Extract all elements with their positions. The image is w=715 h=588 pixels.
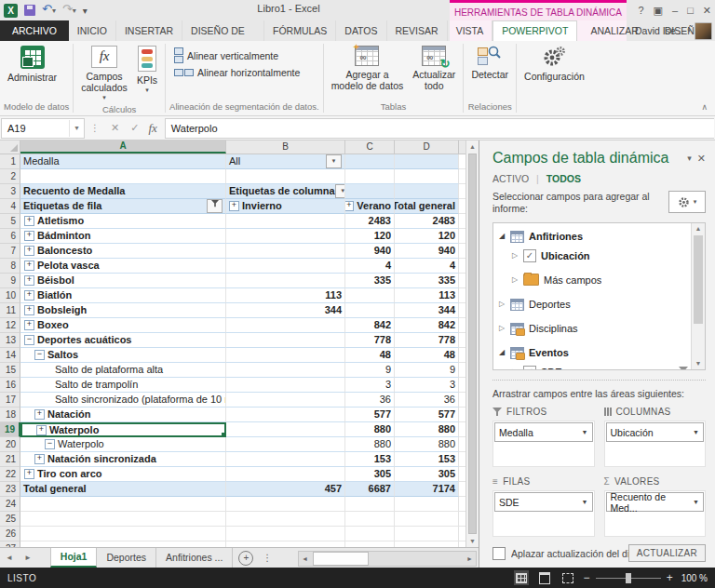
field-checkbox[interactable]: ✓ [523, 366, 536, 371]
row-header[interactable]: 16 [0, 378, 20, 393]
tab-revisar[interactable]: REVISAR [387, 20, 448, 41]
tab-inicio[interactable]: INICIO [69, 20, 116, 41]
grid-cell[interactable]: 940 [345, 244, 395, 259]
field-item-disciplinas[interactable]: ▷Disciplinas [499, 318, 688, 338]
alinear-verticalmente-button[interactable]: Alinear verticalmente [174, 47, 300, 63]
grid-cell[interactable]: Etiquetas de fila [20, 199, 226, 214]
row-header[interactable]: 17 [0, 393, 20, 408]
grid-cell[interactable] [20, 497, 226, 512]
row-header[interactable]: 14 [0, 348, 20, 363]
grid-cell[interactable]: Salto sincronizado (plataforma de 10 m) [20, 393, 226, 408]
row-header[interactable]: 1 [0, 154, 20, 169]
grid-cell[interactable]: 113 [395, 288, 459, 303]
grid-cell[interactable]: +Biatlón [20, 288, 226, 303]
grid-cell[interactable]: 940 [395, 244, 459, 259]
grid-cell[interactable]: 6687 [345, 482, 395, 497]
grid-cell[interactable]: 9 [345, 363, 395, 378]
field-item-anfitriones[interactable]: ◢Anfitriones [499, 226, 688, 246]
grid-cell[interactable]: +Invierno [226, 199, 345, 214]
field-item-m-s-campos[interactable]: ▷Más campos [499, 270, 688, 289]
grid-cell[interactable]: Salto de plataforma alta [20, 363, 226, 378]
grid-cell[interactable]: 305 [345, 467, 395, 482]
pane-close-icon[interactable]: ✕ [697, 153, 706, 165]
row-header[interactable]: 20 [0, 437, 20, 452]
grid-cell[interactable]: 335 [345, 274, 395, 288]
grid-cell[interactable]: 335 [395, 274, 459, 288]
grid-cell[interactable]: 305 [395, 467, 459, 482]
collapse-icon[interactable]: − [24, 335, 34, 345]
grid-cell[interactable]: 2483 [395, 214, 459, 229]
grid-cell[interactable] [395, 527, 459, 541]
tools-button[interactable]: ▾ [668, 191, 706, 213]
scroll-down-icon[interactable]: ▼ [466, 535, 479, 547]
account-menu[interactable]: David Ise... ▾ [635, 20, 712, 41]
expand-icon[interactable]: + [24, 469, 34, 479]
page-break-view-icon[interactable] [560, 570, 575, 585]
sheet-tab-hoja1[interactable]: Hoja1 [50, 548, 98, 568]
field-item-ubicaci-n[interactable]: ▷✓Ubicación [499, 246, 688, 265]
field-chip-ubicaci-n[interactable]: Ubicación▼ [606, 422, 705, 442]
grid-cell[interactable] [345, 169, 395, 184]
filas-well[interactable]: SDE▼ [492, 490, 595, 537]
field-list-scrollbar[interactable]: ▲ ▼ [691, 223, 705, 369]
grid-cell[interactable] [226, 512, 345, 527]
sheet-tab-options-icon[interactable]: ⋮ [263, 553, 272, 563]
grid-cell[interactable]: 120 [395, 229, 459, 244]
grid-cell[interactable] [226, 348, 345, 363]
alinear-horizontalmente-button[interactable]: Alinear horizontalmente [174, 67, 300, 78]
column-header-B[interactable]: B [226, 140, 345, 154]
grid-cell[interactable]: 120 [345, 229, 395, 244]
tab-f-rmulas[interactable]: FÓRMULAS [264, 20, 336, 41]
expand-icon[interactable]: + [34, 409, 45, 420]
scrollbar-thumb[interactable] [313, 552, 369, 566]
chevron-down-icon[interactable]: ▼ [69, 120, 84, 137]
row-header[interactable]: 11 [0, 303, 20, 318]
grid-cell[interactable]: 2483 [345, 214, 395, 229]
normal-view-icon[interactable] [514, 570, 529, 585]
grid-cell[interactable]: +Bádminton [20, 229, 226, 244]
maximize-button[interactable]: □ [687, 5, 694, 16]
zoom-slider-thumb[interactable] [626, 573, 631, 583]
tab-insertar[interactable]: INSERTAR [116, 20, 182, 41]
collapse-ribbon-icon[interactable]: ∧ [701, 102, 715, 115]
row-header[interactable]: 13 [0, 333, 20, 348]
grid-cell[interactable]: Medalla [20, 154, 226, 169]
scroll-up-icon[interactable]: ▲ [692, 223, 705, 234]
grid-cell[interactable]: 3 [345, 378, 395, 393]
grid-cell[interactable]: +Natación [20, 408, 226, 422]
grid-cell[interactable]: 577 [395, 408, 459, 422]
ribbon-display-options-icon[interactable]: ▣ [654, 5, 663, 17]
grid-cell[interactable]: 880 [345, 422, 395, 437]
grid-cell[interactable]: 9 [395, 363, 459, 378]
grid-cell[interactable]: 7174 [395, 482, 459, 497]
enter-icon[interactable]: ✓ [130, 122, 139, 134]
help-icon[interactable]: ? [638, 5, 643, 16]
grid-cell[interactable] [226, 214, 345, 229]
grid-cell[interactable]: +Tiro con arco [20, 467, 226, 482]
grid-cell[interactable] [226, 274, 345, 288]
grid-cell[interactable]: Total general [20, 482, 226, 497]
grid-cell[interactable]: +Baloncesto [20, 244, 226, 259]
expand-icon[interactable]: + [24, 320, 34, 330]
grid-cell[interactable]: 3 [395, 378, 459, 393]
zoom-out-icon[interactable]: − [584, 571, 590, 584]
filter-dropdown-icon[interactable]: ▼ [335, 184, 345, 198]
close-button[interactable]: ✕ [703, 5, 711, 17]
grid-cell[interactable]: All▼ [226, 154, 345, 169]
row-header[interactable]: 24 [0, 497, 20, 512]
collapse-icon[interactable]: − [34, 350, 45, 360]
field-item-eventos[interactable]: ◢Eventos [499, 342, 688, 362]
administrar-button[interactable]: Administrar [3, 44, 61, 85]
tab-activo[interactable]: ACTIVO [492, 173, 529, 184]
grid-cell[interactable]: 880 [345, 437, 395, 452]
grid-cell[interactable] [226, 527, 345, 541]
grid-cell[interactable] [345, 154, 395, 169]
grid-cell[interactable]: 880 [395, 422, 459, 437]
scroll-up-icon[interactable]: ▲ [466, 140, 479, 153]
row-header[interactable]: 26 [0, 527, 20, 541]
row-header[interactable]: 5 [0, 214, 20, 229]
redo-icon[interactable]: ↷▾ [62, 3, 76, 18]
expand-icon[interactable]: + [24, 261, 34, 271]
grid-cell[interactable] [395, 184, 459, 199]
tab-powerpivot[interactable]: POWERPIVOT [492, 20, 577, 41]
